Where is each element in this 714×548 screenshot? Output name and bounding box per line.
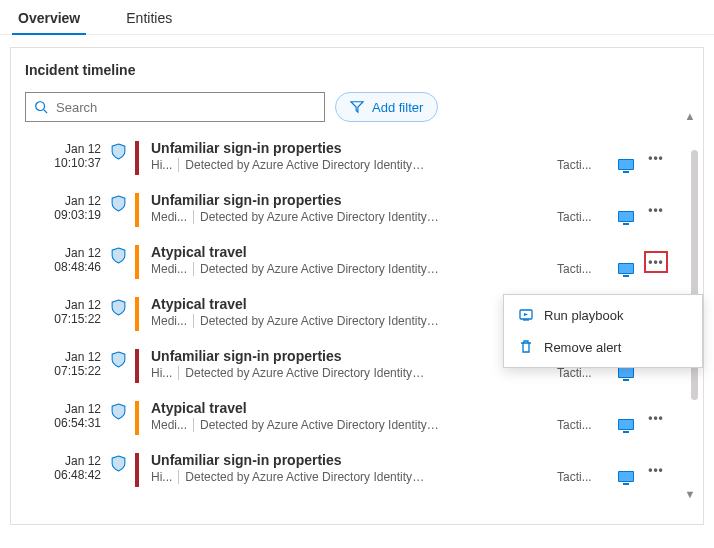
trash-icon <box>518 339 534 355</box>
svg-rect-9 <box>619 264 633 273</box>
shield-icon <box>101 242 135 282</box>
detected-by: Detected by Azure Active Directory Ident… <box>200 418 440 432</box>
scroll-down-icon[interactable]: ▼ <box>682 488 698 500</box>
alert-title: Unfamiliar sign-in properties <box>151 452 557 468</box>
detected-by: Detected by Azure Active Directory Ident… <box>185 366 425 380</box>
severity-bar <box>135 245 139 279</box>
severity-text: Medi... <box>151 210 187 224</box>
add-filter-button[interactable]: Add filter <box>335 92 438 122</box>
alert-content: Atypical travelMedi...Detected by Azure … <box>151 294 557 334</box>
more-icon[interactable]: ••• <box>644 251 668 273</box>
scroll-up-icon[interactable]: ▲ <box>682 110 698 122</box>
tactic-text: Tacti... <box>557 242 611 282</box>
svg-rect-19 <box>623 431 629 433</box>
alert-title: Atypical travel <box>151 244 557 260</box>
more-actions[interactable]: ••• <box>641 398 671 438</box>
alert-content: Atypical travelMedi...Detected by Azure … <box>151 398 557 438</box>
incident-panel: Incident timeline Add filter Jan 1210:10… <box>10 47 704 525</box>
alert-meta: Medi...Detected by Azure Active Director… <box>151 210 557 224</box>
timestamp: Jan 1210:10:37 <box>25 138 101 178</box>
monitor-icon <box>611 138 641 178</box>
severity-text: Hi... <box>151 158 172 172</box>
alert-meta: Hi...Detected by Azure Active Directory … <box>151 470 557 484</box>
tab-entities[interactable]: Entities <box>122 0 176 34</box>
timeline-row[interactable]: Jan 1206:54:31Atypical travelMedi...Dete… <box>25 392 671 444</box>
timeline-row[interactable]: Jan 1210:10:37Unfamiliar sign-in propert… <box>25 132 671 184</box>
shield-icon <box>101 138 135 178</box>
severity-text: Hi... <box>151 470 172 484</box>
monitor-icon <box>611 190 641 230</box>
search-box[interactable] <box>25 92 325 122</box>
monitor-icon <box>611 450 641 490</box>
severity-bar <box>135 141 139 175</box>
more-actions[interactable]: ••• <box>641 242 671 282</box>
severity-bar <box>135 349 139 383</box>
filter-icon <box>350 100 364 114</box>
svg-point-0 <box>36 102 45 111</box>
alert-title: Unfamiliar sign-in properties <box>151 348 557 364</box>
tabs: Overview Entities <box>0 0 714 35</box>
menu-remove-alert[interactable]: Remove alert <box>504 331 702 363</box>
detected-by: Detected by Azure Active Directory Ident… <box>200 262 440 276</box>
timestamp: Jan 1208:48:46 <box>25 242 101 282</box>
severity-bar <box>135 193 139 227</box>
svg-rect-6 <box>619 212 633 221</box>
shield-icon <box>101 398 135 438</box>
svg-rect-21 <box>619 472 633 481</box>
alert-title: Atypical travel <box>151 296 557 312</box>
timestamp: Jan 1209:03:19 <box>25 190 101 230</box>
tactic-text: Tacti... <box>557 398 611 438</box>
severity-bar <box>135 297 139 331</box>
add-filter-label: Add filter <box>372 100 423 115</box>
more-icon[interactable]: ••• <box>646 407 666 429</box>
context-menu: Run playbook Remove alert <box>503 294 703 368</box>
alert-title: Unfamiliar sign-in properties <box>151 140 557 156</box>
tactic-text: Tacti... <box>557 190 611 230</box>
search-input[interactable] <box>54 99 316 116</box>
alert-meta: Hi...Detected by Azure Active Directory … <box>151 366 557 380</box>
detected-by: Detected by Azure Active Directory Ident… <box>185 158 425 172</box>
timestamp: Jan 1207:15:22 <box>25 294 101 334</box>
tab-overview[interactable]: Overview <box>14 0 84 34</box>
alert-title: Atypical travel <box>151 400 557 416</box>
svg-rect-3 <box>619 160 633 169</box>
svg-rect-7 <box>623 223 629 225</box>
timestamp: Jan 1206:48:42 <box>25 450 101 490</box>
svg-rect-18 <box>619 420 633 429</box>
svg-rect-15 <box>619 368 633 377</box>
more-icon[interactable]: ••• <box>646 147 666 169</box>
alert-content: Unfamiliar sign-in propertiesHi...Detect… <box>151 138 557 178</box>
playbook-icon <box>518 307 534 323</box>
more-actions[interactable]: ••• <box>641 190 671 230</box>
menu-remove-label: Remove alert <box>544 340 621 355</box>
controls: Add filter <box>25 92 689 122</box>
severity-text: Hi... <box>151 366 172 380</box>
timeline-row[interactable]: Jan 1206:48:42Unfamiliar sign-in propert… <box>25 444 671 496</box>
menu-run-playbook[interactable]: Run playbook <box>504 299 702 331</box>
alert-title: Unfamiliar sign-in properties <box>151 192 557 208</box>
severity-text: Medi... <box>151 262 187 276</box>
more-actions[interactable]: ••• <box>641 450 671 490</box>
shield-icon <box>101 294 135 334</box>
alert-meta: Medi...Detected by Azure Active Director… <box>151 314 557 328</box>
severity-bar <box>135 401 139 435</box>
alert-meta: Medi...Detected by Azure Active Director… <box>151 418 557 432</box>
more-icon[interactable]: ••• <box>646 199 666 221</box>
monitor-icon <box>611 398 641 438</box>
more-icon[interactable]: ••• <box>646 459 666 481</box>
severity-text: Medi... <box>151 314 187 328</box>
svg-rect-22 <box>623 483 629 485</box>
timeline-row[interactable]: Jan 1209:03:19Unfamiliar sign-in propert… <box>25 184 671 236</box>
alert-content: Unfamiliar sign-in propertiesHi...Detect… <box>151 346 557 386</box>
tactic-text: Tacti... <box>557 450 611 490</box>
more-actions[interactable]: ••• <box>641 138 671 178</box>
shield-icon <box>101 190 135 230</box>
svg-rect-16 <box>623 379 629 381</box>
section-title: Incident timeline <box>25 62 689 78</box>
timeline-row[interactable]: Jan 1208:48:46Atypical travelMedi...Dete… <box>25 236 671 288</box>
timestamp: Jan 1207:15:22 <box>25 346 101 386</box>
severity-bar <box>135 453 139 487</box>
menu-run-label: Run playbook <box>544 308 624 323</box>
detected-by: Detected by Azure Active Directory Ident… <box>200 314 440 328</box>
detected-by: Detected by Azure Active Directory Ident… <box>185 470 425 484</box>
